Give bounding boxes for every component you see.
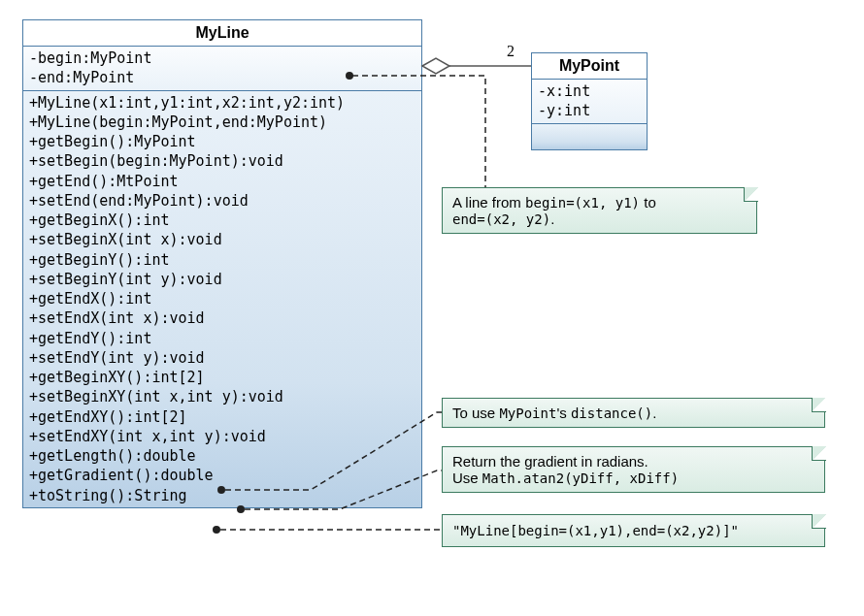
method-row: +setEndX(int x):void — [29, 308, 415, 328]
method-row: +getBeginXY():int[2] — [29, 368, 415, 387]
note-text: A line from — [452, 194, 525, 211]
attr-row: -y:int — [538, 101, 641, 120]
class-attributes-mypoint: -x:int -y:int — [532, 80, 647, 124]
method-row: +setBeginY(int y):void — [29, 270, 415, 289]
class-methods-mypoint — [532, 124, 647, 149]
note-text: To use — [452, 405, 499, 421]
class-title-mypoint: MyPoint — [532, 53, 647, 80]
method-row: +setEndXY(int x,int y):void — [29, 427, 415, 446]
method-row: +getBeginX():int — [29, 211, 415, 230]
method-row: +getLength():double — [29, 446, 415, 466]
note-code: MyPoint — [499, 405, 556, 421]
note-text: Use — [452, 470, 482, 486]
note-code: end=(x2, y2) — [452, 211, 550, 227]
note-constructor-desc: A line from begin=(x1, y1) to end=(x2, y… — [442, 187, 757, 234]
method-row: +setEnd(end:MyPoint):void — [29, 191, 415, 211]
method-row: +setBegin(begin:MyPoint):void — [29, 151, 415, 171]
note-text: . — [550, 211, 554, 227]
method-row: +getEndX():int — [29, 289, 415, 308]
note-getlength: To use MyPoint's distance(). — [442, 398, 825, 428]
note-text: . — [652, 405, 656, 421]
method-row: +getBegin():MyPoint — [29, 132, 415, 151]
multiplicity-label: 2 — [507, 43, 515, 60]
method-row: +getGradient():double — [29, 466, 415, 485]
svg-marker-1 — [422, 58, 449, 74]
method-row: +getEnd():MtPoint — [29, 172, 415, 191]
attr-row: -end:MyPoint — [29, 68, 415, 87]
method-row: +setBeginXY(int x,int y):void — [29, 387, 415, 406]
note-tostring: "MyLine[begin=(x1,y1),end=(x2,y2)]" — [442, 514, 825, 547]
note-code: Math.atan2(yDiff, xDiff) — [482, 470, 679, 486]
note-code: distance() — [571, 405, 652, 421]
note-text: "MyLine[begin=(x1,y1),end=(x2,y2)]" — [452, 523, 739, 538]
method-row: +getEndXY():int[2] — [29, 407, 415, 427]
method-row: +setBeginX(int x):void — [29, 230, 415, 249]
uml-class-myline: MyLine -begin:MyPoint -end:MyPoint +MyLi… — [22, 19, 422, 508]
class-title-myline: MyLine — [23, 20, 421, 47]
note-text: 's — [556, 405, 571, 421]
method-row: +toString():String — [29, 486, 415, 505]
attr-row: -x:int — [538, 81, 641, 101]
method-row: +setEndY(int y):void — [29, 348, 415, 368]
uml-class-mypoint: MyPoint -x:int -y:int — [531, 52, 648, 150]
method-row: +MyLine(begin:MyPoint,end:MyPoint) — [29, 113, 415, 132]
method-row: +MyLine(x1:int,y1:int,x2:int,y2:int) — [29, 93, 415, 113]
attr-row: -begin:MyPoint — [29, 49, 415, 68]
class-attributes-myline: -begin:MyPoint -end:MyPoint — [23, 47, 421, 91]
note-text: Return the gradient in radians. — [452, 453, 648, 470]
method-row: +getEndY():int — [29, 329, 415, 348]
note-text: to — [640, 194, 656, 211]
method-row: +getBeginY():int — [29, 250, 415, 270]
note-code: begin=(x1, y1) — [525, 195, 640, 211]
svg-point-5 — [213, 526, 220, 534]
class-methods-myline: +MyLine(x1:int,y1:int,x2:int,y2:int)+MyL… — [23, 91, 421, 507]
note-getgradient: Return the gradient in radians. Use Math… — [442, 446, 825, 493]
